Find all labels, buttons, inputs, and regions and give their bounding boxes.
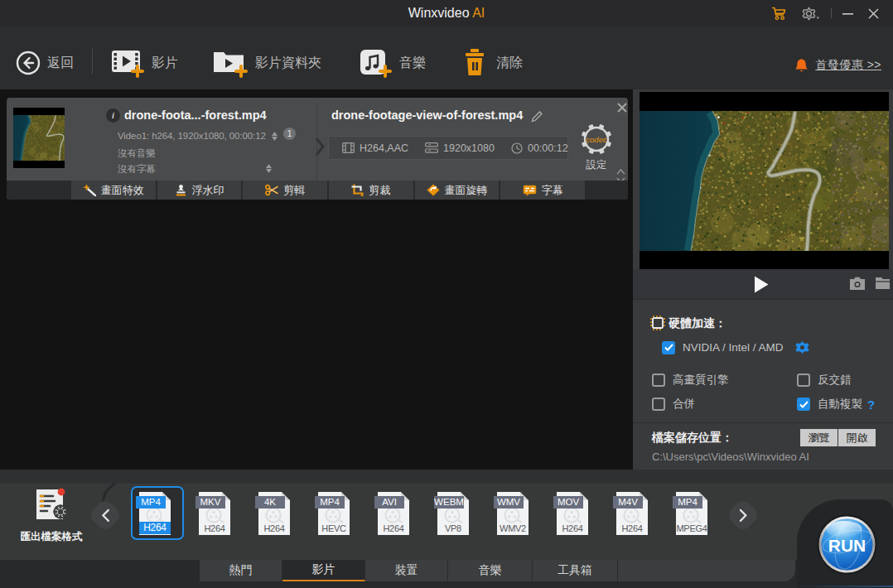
subtitle-icon xyxy=(523,185,537,196)
tool-effects[interactable]: 畫面特效 xyxy=(71,181,156,200)
bell-icon xyxy=(794,58,809,73)
format-card-mp4-mpeg4[interactable]: MPEG4MP4 xyxy=(676,486,736,546)
edit-name-icon[interactable] xyxy=(531,110,543,123)
category-tabs: 熱門影片裝置音樂工具箱 xyxy=(0,560,893,581)
option-row-0[interactable]: 高畫質引擎 xyxy=(652,373,729,388)
tool-subtitle[interactable]: 字幕 xyxy=(500,181,585,200)
option-checkbox[interactable] xyxy=(797,374,810,387)
option-row-1[interactable]: 反交錯 xyxy=(797,373,852,388)
tool-crop[interactable]: 剪裁 xyxy=(329,181,413,200)
promo-label: 首發優惠 >> xyxy=(815,58,881,73)
format-card-wmv-wmv2[interactable]: WMV2WMV xyxy=(497,486,557,546)
codec-gear-icon: codec xyxy=(578,117,615,161)
thumbnail-image xyxy=(13,115,65,161)
format-container: MKV xyxy=(195,496,225,508)
close-icon xyxy=(868,8,879,19)
chevron-right-icon xyxy=(739,508,748,522)
store-cart-button[interactable] xyxy=(764,0,794,27)
output-resolution-value: 1920x1080 xyxy=(443,142,495,154)
play-button[interactable] xyxy=(754,276,769,293)
help-icon[interactable]: ? xyxy=(867,398,875,412)
run-button[interactable]: RUN xyxy=(817,514,877,575)
spinner-down-icon xyxy=(272,137,278,141)
option-checkbox[interactable] xyxy=(652,374,665,387)
subtitle-spinner[interactable] xyxy=(266,164,272,173)
add-music-button[interactable]: 音樂 xyxy=(358,47,426,79)
track-spinner[interactable] xyxy=(272,132,278,141)
open-button[interactable]: 開啟 xyxy=(838,429,876,446)
remove-file-button[interactable] xyxy=(615,100,630,115)
format-card-mp4-h264[interactable]: H264MP4 xyxy=(139,486,199,546)
save-location-buttons: 瀏覽 開啟 xyxy=(800,429,876,446)
format-codec: H264 xyxy=(139,522,171,534)
app-title-accent: AI xyxy=(472,6,485,20)
video-thumbnail[interactable] xyxy=(13,108,65,168)
scroll-up-icon[interactable] xyxy=(616,169,625,175)
resolution-chip-icon xyxy=(425,142,438,153)
gpu-checkbox[interactable] xyxy=(662,341,675,354)
tab-music[interactable]: 音樂 xyxy=(448,560,533,581)
gpu-settings-gear-icon[interactable] xyxy=(795,340,809,354)
snapshot-button[interactable] xyxy=(849,277,866,291)
add-video-label: 影片 xyxy=(152,55,178,72)
option-checkbox[interactable] xyxy=(797,398,810,411)
tool-trim[interactable]: 剪輯 xyxy=(243,181,327,200)
info-icon[interactable]: i xyxy=(106,108,120,123)
format-card-webm-vp8[interactable]: VP8WEBM xyxy=(437,486,497,546)
format-card-m4v-h264[interactable]: H264M4V xyxy=(616,486,676,546)
tool-label: 畫面特效 xyxy=(101,183,144,198)
gpu-label: NVIDIA / Intel / AMD xyxy=(683,341,784,354)
main-toolbar: 返回 影片 影片資料夾 xyxy=(0,27,893,89)
flow-arrow-icon xyxy=(315,137,325,156)
settings-menu-button[interactable] xyxy=(794,0,828,27)
back-button[interactable]: 返回 xyxy=(16,51,74,75)
minimize-button[interactable] xyxy=(835,0,861,27)
file-list-area: i drone-foota...-forest.mp4 Video1: h264… xyxy=(0,89,893,470)
titlebar-actions xyxy=(764,0,886,27)
format-card-avi-h264[interactable]: H264AVI xyxy=(378,486,437,546)
format-panel: 匯出檔案格式 H264MP4H264MKVH2644KHEVCMP4H264AV… xyxy=(0,470,893,588)
preview-controls xyxy=(633,269,893,300)
clock-icon xyxy=(511,142,523,154)
run-glow-line xyxy=(791,586,893,587)
back-icon xyxy=(16,51,41,75)
format-codec: H264 xyxy=(557,522,588,535)
tab-video[interactable]: 影片 xyxy=(282,560,365,581)
tool-label: 浮水印 xyxy=(192,183,224,198)
tool-watermark[interactable]: 浮水印 xyxy=(157,181,242,200)
tab-device[interactable]: 裝置 xyxy=(365,560,448,581)
format-container: MOV xyxy=(553,496,583,508)
option-row-2[interactable]: 合併 xyxy=(652,397,695,412)
tab-hot[interactable]: 熱門 xyxy=(200,560,282,581)
music-plus-icon xyxy=(358,47,393,79)
tool-rotate[interactable]: 畫面旋轉 xyxy=(415,181,500,200)
close-button[interactable] xyxy=(861,0,886,27)
option-label: 高畫質引擎 xyxy=(673,373,729,388)
format-codec: MPEG4 xyxy=(676,522,707,535)
tab-toolbox[interactable]: 工具箱 xyxy=(533,560,618,581)
promo-link[interactable]: 首發優惠 >> xyxy=(794,58,881,73)
gear-icon xyxy=(802,7,820,21)
spinner-up-icon xyxy=(266,164,272,168)
format-card-mkv-h264[interactable]: H264MKV xyxy=(199,486,258,546)
format-card-mov-h264[interactable]: H264MOV xyxy=(557,486,616,546)
open-folder-button[interactable] xyxy=(875,277,891,290)
format-card-mp4-hevc[interactable]: HEVCMP4 xyxy=(318,486,378,546)
format-container: MP4 xyxy=(315,496,345,508)
clear-button[interactable]: 清除 xyxy=(463,47,523,79)
output-codec-value: H264,AAC xyxy=(360,142,408,154)
codec-settings-button[interactable]: codec 設定 xyxy=(578,117,615,176)
export-format-group: 匯出檔案格式 xyxy=(10,486,93,544)
export-format-label: 匯出檔案格式 xyxy=(10,530,93,544)
output-file-name: drone-footage-view-of-forest.mp4 xyxy=(331,108,523,122)
browse-button[interactable]: 瀏覽 xyxy=(800,429,837,446)
output-codec-chip: H264,AAC xyxy=(342,142,408,154)
option-row-3[interactable]: 自動複製? xyxy=(797,397,875,412)
option-checkbox[interactable] xyxy=(652,398,665,411)
format-card-4k-h264[interactable]: H2644K xyxy=(258,486,318,546)
gpu-checkbox-row[interactable]: NVIDIA / Intel / AMD xyxy=(662,340,809,354)
add-video-button[interactable]: 影片 xyxy=(110,47,178,79)
effects-icon xyxy=(83,184,96,196)
add-video-folder-button[interactable]: 影片資料夾 xyxy=(212,47,321,79)
video-preview[interactable] xyxy=(640,92,889,269)
